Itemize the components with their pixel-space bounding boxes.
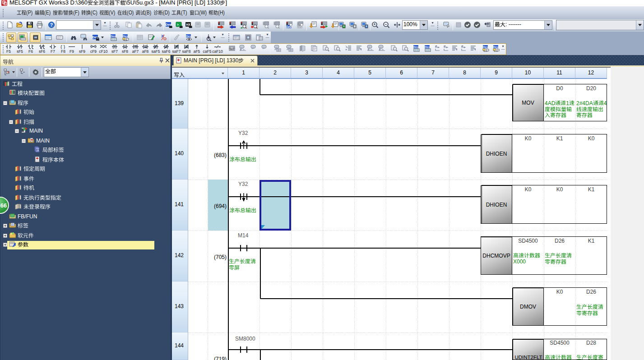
svg-text:Dev: Dev [123,35,128,37]
svg-text:Dev: Dev [166,23,171,26]
svg-text:Dev: Dev [413,46,419,48]
svg-text:O: O [163,37,167,41]
svg-text:−: − [385,22,387,27]
svg-text:{ }: { } [60,44,65,49]
svg-text:+: + [373,22,375,27]
svg-text:HX: HX [186,23,190,26]
svg-text:ST: ST [230,47,234,50]
svg-text:Dev: Dev [493,46,499,48]
svg-text:Dev: Dev [111,35,116,37]
svg-text:Dev: Dev [93,36,98,39]
svg-text:Dev: Dev [186,35,191,37]
svg-text:Dev: Dev [483,46,488,48]
svg-text:?: ? [50,23,53,28]
svg-text:Dev: Dev [425,46,430,48]
